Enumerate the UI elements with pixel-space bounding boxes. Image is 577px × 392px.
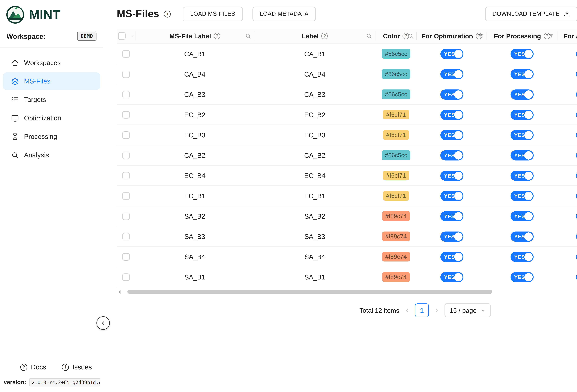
row-checkbox[interactable] (122, 273, 130, 281)
for-analysis-toggle[interactable]: YES (576, 272, 577, 282)
row-checkbox[interactable] (122, 131, 130, 139)
help-icon[interactable]: ? (321, 33, 328, 39)
select-all-checkbox[interactable] (118, 32, 125, 40)
current-page[interactable]: 1 (415, 303, 429, 317)
load-ms-files-button[interactable]: LOAD MS-FILES (183, 7, 243, 21)
for-optimization-toggle[interactable]: YES (440, 109, 464, 120)
table-row: EC_B1 EC_B1 #f6cf71 YES YES YES EC B1 (117, 186, 577, 206)
for-processing-toggle[interactable]: YES (510, 252, 534, 262)
for-processing-toggle[interactable]: YES (510, 231, 534, 241)
row-checkbox[interactable] (122, 111, 130, 119)
for-processing-toggle[interactable]: YES (510, 170, 534, 181)
sidebar-collapse-button[interactable] (97, 316, 110, 330)
for-processing-toggle[interactable]: YES (510, 211, 534, 221)
for-analysis-cell: YES (557, 64, 577, 84)
row-select-cell (117, 44, 135, 64)
issues-link[interactable]: ! Issues (62, 363, 92, 371)
for-optimization-toggle[interactable]: YES (440, 252, 464, 262)
label-cell: SA_B2 (254, 206, 375, 227)
row-checkbox[interactable] (122, 253, 130, 261)
for-analysis-toggle[interactable]: YES (576, 89, 577, 99)
for-processing-toggle[interactable]: YES (510, 272, 534, 282)
for-analysis-toggle[interactable]: YES (576, 150, 577, 160)
row-checkbox[interactable] (122, 91, 130, 98)
sidebar: MINT Workspace: DEMO Workspaces MS-Files… (0, 0, 103, 392)
docs-link[interactable]: ? Docs (20, 363, 46, 371)
color-cell: #f6cf71 (375, 105, 417, 125)
color-cell: #66c5cc (375, 145, 417, 165)
ms-file-label-cell: CA_B4 (135, 64, 254, 84)
row-checkbox[interactable] (122, 70, 130, 78)
toggle-knob (454, 131, 463, 139)
for-analysis-toggle[interactable]: YES (576, 252, 577, 262)
sidebar-item-analysis[interactable]: Analysis (3, 146, 100, 164)
for-analysis-toggle[interactable]: YES (576, 49, 577, 59)
row-checkbox[interactable] (122, 213, 130, 220)
for-analysis-toggle[interactable]: YES (576, 170, 577, 181)
for-optimization-toggle[interactable]: YES (440, 272, 464, 282)
table-row: SA_B3 SA_B3 #f89c74 YES YES YES SA B3 (117, 227, 577, 247)
for-optimization-toggle[interactable]: YES (440, 69, 464, 79)
for-optimization-toggle[interactable]: YES (440, 231, 464, 241)
horizontal-scrollbar[interactable] (117, 289, 577, 295)
for-analysis-toggle[interactable]: YES (576, 211, 577, 221)
for-analysis-toggle[interactable]: YES (576, 231, 577, 241)
toggle-knob (454, 171, 463, 180)
sidebar-item-targets[interactable]: Targets (3, 91, 100, 108)
for-processing-toggle[interactable]: YES (510, 130, 534, 140)
row-checkbox[interactable] (122, 233, 130, 240)
for-processing-toggle[interactable]: YES (510, 89, 534, 99)
for-processing-toggle[interactable]: YES (510, 191, 534, 201)
row-checkbox[interactable] (122, 152, 130, 159)
for-optimization-toggle[interactable]: YES (440, 89, 464, 99)
selection-dropdown-icon[interactable] (130, 34, 134, 38)
horizontal-scroll-track[interactable] (121, 290, 577, 294)
column-title: Color (383, 32, 400, 40)
page-size-select[interactable]: 15 / page (444, 303, 491, 317)
for-processing-toggle[interactable]: YES (510, 150, 534, 160)
for-optimization-toggle[interactable]: YES (440, 191, 464, 201)
for-optimization-toggle[interactable]: YES (440, 150, 464, 160)
for-analysis-toggle[interactable]: YES (576, 69, 577, 79)
row-checkbox[interactable] (122, 172, 130, 179)
for-analysis-toggle[interactable]: YES (576, 191, 577, 201)
for-processing-toggle[interactable]: YES (510, 69, 534, 79)
horizontal-scroll-thumb[interactable] (128, 290, 492, 294)
sidebar-item-processing[interactable]: Processing (3, 128, 100, 145)
sidebar-item-ms-files[interactable]: MS-Files (3, 72, 100, 90)
for-optimization-toggle[interactable]: YES (440, 130, 464, 140)
help-icon[interactable]: ? (214, 33, 220, 39)
for-processing-toggle[interactable]: YES (510, 49, 534, 59)
row-checkbox[interactable] (122, 192, 130, 200)
page-size-value: 15 / page (450, 307, 477, 314)
filter-icon[interactable] (478, 33, 484, 39)
row-checkbox[interactable] (122, 50, 130, 58)
load-metadata-button[interactable]: LOAD METADATA (252, 7, 316, 21)
download-template-button[interactable]: DOWNLOAD TEMPLATE (485, 7, 577, 21)
search-icon[interactable] (366, 33, 372, 39)
color-badge: #f6cf71 (383, 191, 409, 201)
row-select-cell (117, 165, 135, 186)
filter-icon[interactable] (548, 33, 554, 39)
for-processing-cell: YES (487, 206, 557, 227)
workspace-badge: DEMO (77, 32, 97, 41)
for-optimization-toggle[interactable]: YES (440, 170, 464, 181)
sidebar-item-optimization[interactable]: Optimization (3, 109, 100, 127)
search-icon[interactable] (245, 33, 251, 39)
for-processing-toggle[interactable]: YES (510, 109, 534, 120)
for-optimization-toggle[interactable]: YES (440, 211, 464, 221)
next-page-button[interactable] (434, 308, 439, 313)
info-icon[interactable]: i (164, 10, 171, 17)
sidebar-item-workspaces[interactable]: Workspaces (3, 54, 100, 71)
scroll-left-arrow[interactable] (117, 290, 120, 294)
previous-page-button[interactable] (404, 308, 410, 313)
for-analysis-toggle[interactable]: YES (576, 109, 577, 120)
for-analysis-toggle[interactable]: YES (576, 130, 577, 140)
monitor-icon (11, 114, 19, 122)
toggle-knob (524, 50, 533, 58)
search-icon[interactable] (408, 33, 414, 39)
brand-logo[interactable]: MINT (0, 0, 103, 28)
for-optimization-toggle[interactable]: YES (440, 49, 464, 59)
col-for-processing: For Processing ? (487, 29, 557, 44)
sidebar-item-label: Targets (24, 96, 46, 103)
